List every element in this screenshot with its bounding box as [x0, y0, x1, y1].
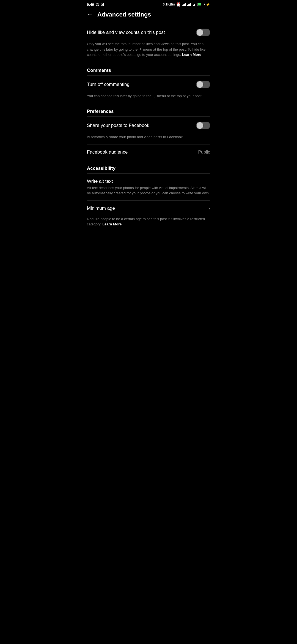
hide-like-learn-more-link[interactable]: Learn More: [182, 53, 201, 57]
toggle-thumb-2: [197, 81, 203, 88]
alarm-icon: ⏰: [176, 2, 181, 7]
share-to-facebook-toggle[interactable]: [196, 122, 210, 129]
minimum-age-label: Minimum age: [87, 206, 115, 211]
signal-bars-1: [182, 2, 186, 6]
write-alt-text-description: Alt text describes your photos for peopl…: [87, 185, 210, 200]
toggle-track-2: [196, 81, 210, 88]
facebook-audience-value: Public: [198, 150, 210, 155]
circle-icon: ◎: [96, 2, 99, 7]
turn-off-commenting-label: Turn off commenting: [87, 82, 130, 87]
minimum-age-row[interactable]: Minimum age ›: [87, 201, 210, 216]
share-to-facebook-description: Automatically share your photo and video…: [87, 134, 210, 144]
comments-section-heading: Comments: [87, 62, 210, 75]
back-button[interactable]: ←: [87, 11, 93, 18]
minimum-age-description: Require people to be a certain age to se…: [87, 216, 210, 231]
minimum-age-learn-more-link[interactable]: Learn More: [102, 222, 122, 226]
time: 9:49: [87, 2, 94, 7]
write-alt-text-row[interactable]: Write alt text: [87, 174, 210, 185]
page-title: Advanced settings: [97, 11, 151, 18]
status-left: 9:49 ◎ ☑: [87, 2, 104, 7]
network-speed: 0.1KB/s: [163, 2, 175, 6]
hide-like-counts-toggle[interactable]: [196, 29, 210, 36]
share-to-facebook-row: Share your posts to Facebook: [87, 117, 210, 134]
status-bar: 9:49 ◎ ☑ 0.1KB/s ⏰ ▲ ⚡: [82, 0, 215, 8]
hide-like-counts-label: Hide like and view counts on this post: [87, 30, 165, 35]
toggle-track-3: [196, 122, 210, 129]
preferences-section-heading: Preferences: [87, 103, 210, 116]
toggle-thumb: [197, 29, 203, 36]
check-icon: ☑: [101, 2, 104, 7]
hide-like-counts-row: Hide like and view counts on this post: [87, 24, 210, 41]
main-content: Hide like and view counts on this post O…: [82, 24, 215, 231]
toggle-thumb-3: [197, 122, 203, 129]
write-alt-text-label: Write alt text: [87, 179, 113, 184]
facebook-audience-label: Facebook audience: [87, 149, 128, 155]
battery-icon: [197, 3, 205, 6]
header: ← Advanced settings: [82, 8, 215, 24]
share-to-facebook-label: Share your posts to Facebook: [87, 123, 149, 128]
accessibility-section-heading: Accessibility: [87, 160, 210, 173]
status-right: 0.1KB/s ⏰ ▲ ⚡: [163, 2, 210, 7]
toggle-track: [196, 29, 210, 36]
chevron-right-icon: ›: [208, 206, 210, 211]
wifi-icon: ▲: [192, 2, 196, 7]
turn-off-commenting-row: Turn off commenting: [87, 76, 210, 93]
charging-icon: ⚡: [206, 2, 210, 7]
hide-like-counts-description: Only you will see the total number of li…: [87, 41, 210, 62]
signal-bars-2: [187, 2, 191, 6]
turn-off-commenting-description: You can change this later by going to th…: [87, 93, 210, 103]
facebook-audience-row[interactable]: Facebook audience Public: [87, 144, 210, 160]
turn-off-commenting-toggle[interactable]: [196, 81, 210, 88]
